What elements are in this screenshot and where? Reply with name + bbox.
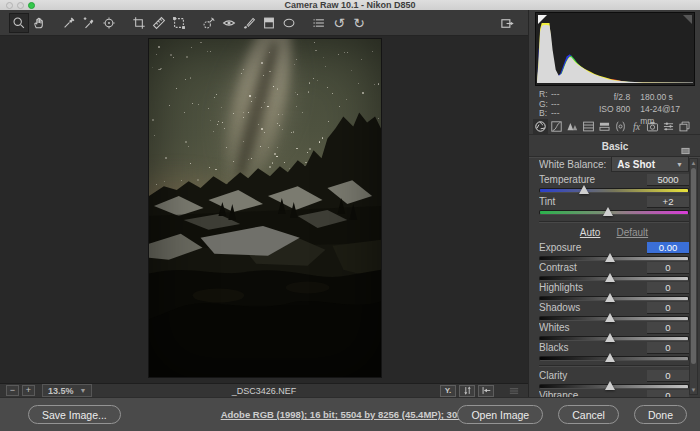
- slider-track-tint[interactable]: [539, 210, 689, 215]
- radial-filter-icon[interactable]: [280, 14, 298, 32]
- highlight-clipping-indicator[interactable]: [683, 15, 692, 24]
- white-balance-select[interactable]: As Shot ▼: [611, 156, 689, 172]
- tab-lens-corrections-icon[interactable]: [613, 119, 628, 134]
- photo-preview[interactable]: [148, 38, 382, 378]
- spot-removal-icon[interactable]: [200, 14, 218, 32]
- image-info: R:---G:---B:--- f/2.8 180.00 s ISO 800 1…: [537, 90, 695, 118]
- slider-tint: Tint+2: [539, 196, 689, 218]
- graduated-filter-icon[interactable]: [260, 14, 278, 32]
- slider-track-shadows[interactable]: [539, 316, 689, 321]
- footer-bar: Save Image... Adobe RGB (1998); 16 bit; …: [0, 397, 700, 431]
- default-link[interactable]: Default: [616, 227, 648, 238]
- white-balance-row: White Balance: As Shot ▼: [539, 150, 689, 174]
- slider-blacks: Blacks0: [539, 342, 689, 362]
- slider-track-blacks[interactable]: [539, 356, 689, 361]
- zoom-icon[interactable]: [10, 14, 28, 32]
- auto-link[interactable]: Auto: [580, 227, 601, 238]
- slider-value-highlights[interactable]: 0: [647, 282, 689, 294]
- slider-thumb-tint[interactable]: [603, 207, 613, 216]
- done-button[interactable]: Done: [634, 405, 687, 424]
- fullscreen-toggle-icon[interactable]: [498, 14, 516, 32]
- copy-settings-button[interactable]: [478, 385, 494, 397]
- tab-effects-icon[interactable]: fx: [629, 119, 644, 134]
- tab-camera-calibration-icon[interactable]: [645, 119, 660, 134]
- tab-split-toning-icon[interactable]: [597, 119, 612, 134]
- slider-label-shadows: Shadows: [539, 302, 647, 313]
- slider-thumb-exposure[interactable]: [605, 253, 615, 262]
- preview-settings-menu-icon: [506, 385, 522, 397]
- before-after-y-button[interactable]: Y.: [440, 385, 456, 397]
- open-image-button[interactable]: Open Image: [457, 405, 543, 424]
- histogram[interactable]: [535, 12, 695, 86]
- tab-detail-icon[interactable]: [565, 119, 580, 134]
- white-balance-icon[interactable]: [60, 14, 78, 32]
- slider-track-highlights[interactable]: [539, 296, 689, 301]
- slider-thumb-clarity[interactable]: [605, 381, 615, 390]
- tab-basic-icon[interactable]: [533, 119, 548, 134]
- scrollbar-thumb[interactable]: [691, 168, 696, 364]
- slider-exposure: Exposure0.00: [539, 242, 689, 262]
- slider-track-exposure[interactable]: [539, 256, 689, 261]
- slider-contrast: Contrast0: [539, 262, 689, 282]
- slider-value-clarity[interactable]: 0: [647, 370, 689, 382]
- slider-clarity: Clarity0: [539, 370, 689, 390]
- panel-scrollbar[interactable]: ▲ ▼: [689, 158, 698, 395]
- slider-label-highlights: Highlights: [539, 282, 647, 293]
- slider-thumb-whites[interactable]: [605, 333, 615, 342]
- titlebar: Camera Raw 10.1 - Nikon D850: [0, 0, 700, 10]
- swap-before-after-button[interactable]: [459, 385, 475, 397]
- preferences-icon[interactable]: [310, 14, 328, 32]
- adjustments-panel: R:---G:---B:--- f/2.8 180.00 s ISO 800 1…: [528, 10, 700, 397]
- tab-snapshots-icon[interactable]: [677, 119, 692, 134]
- tab-tone-curve-icon[interactable]: [549, 119, 564, 134]
- slider-thumb-contrast[interactable]: [605, 273, 615, 282]
- white-balance-value: As Shot: [617, 159, 655, 170]
- chevron-down-icon: ▼: [676, 161, 683, 168]
- slider-value-shadows[interactable]: 0: [647, 302, 689, 314]
- red-eye-icon[interactable]: [220, 14, 238, 32]
- rotate-right-icon[interactable]: ↻: [350, 14, 368, 32]
- slider-value-exposure[interactable]: 0.00: [647, 242, 689, 254]
- slider-thumb-temperature[interactable]: [579, 185, 589, 194]
- cancel-button[interactable]: Cancel: [558, 405, 619, 424]
- tab-hsl-grayscale-icon[interactable]: [581, 119, 596, 134]
- shadow-clipping-indicator[interactable]: [538, 15, 547, 24]
- slider-value-vibrance[interactable]: 0: [647, 390, 689, 398]
- slider-vibrance: Vibrance0: [539, 390, 689, 397]
- straighten-icon[interactable]: [150, 14, 168, 32]
- slider-value-contrast[interactable]: 0: [647, 262, 689, 274]
- slider-thumb-blacks[interactable]: [605, 353, 615, 362]
- slider-label-whites: Whites: [539, 322, 647, 333]
- scroll-down-icon[interactable]: ▼: [690, 386, 697, 394]
- crop-icon[interactable]: [130, 14, 148, 32]
- hand-icon[interactable]: [30, 14, 48, 32]
- adjustment-brush-icon[interactable]: [240, 14, 258, 32]
- slider-whites: Whites0: [539, 322, 689, 342]
- slider-label-blacks: Blacks: [539, 342, 647, 353]
- slider-value-blacks[interactable]: 0: [647, 342, 689, 354]
- slider-value-temperature[interactable]: 5000: [647, 174, 689, 186]
- slider-value-whites[interactable]: 0: [647, 322, 689, 334]
- panel-tabs: fx: [533, 118, 697, 134]
- color-sampler-icon[interactable]: [80, 14, 98, 32]
- auto-default-row: AutoDefault: [539, 226, 689, 242]
- slider-track-contrast[interactable]: [539, 276, 689, 281]
- targeted-adjustment-icon[interactable]: [100, 14, 118, 32]
- basic-panel-content: White Balance: As Shot ▼ Temperature5000…: [539, 150, 689, 397]
- image-preview-area[interactable]: [0, 36, 528, 383]
- slider-thumb-shadows[interactable]: [605, 313, 615, 322]
- tab-presets-icon[interactable]: [661, 119, 676, 134]
- slider-value-tint[interactable]: +2: [647, 196, 689, 208]
- preview-bottom-bar: − + 13.5% ▼ _DSC3426.NEF Y.: [0, 383, 528, 397]
- slider-label-exposure: Exposure: [539, 242, 647, 253]
- slider-label-contrast: Contrast: [539, 262, 647, 273]
- rotate-left-icon[interactable]: ↺: [330, 14, 348, 32]
- slider-label-tint: Tint: [539, 196, 647, 207]
- scroll-up-icon[interactable]: ▲: [690, 159, 697, 167]
- main-area: ↺↻: [0, 10, 700, 397]
- slider-track-temperature[interactable]: [539, 188, 689, 193]
- slider-track-whites[interactable]: [539, 336, 689, 341]
- slider-track-clarity[interactable]: [539, 384, 689, 389]
- slider-thumb-highlights[interactable]: [605, 293, 615, 302]
- transform-icon[interactable]: [170, 14, 188, 32]
